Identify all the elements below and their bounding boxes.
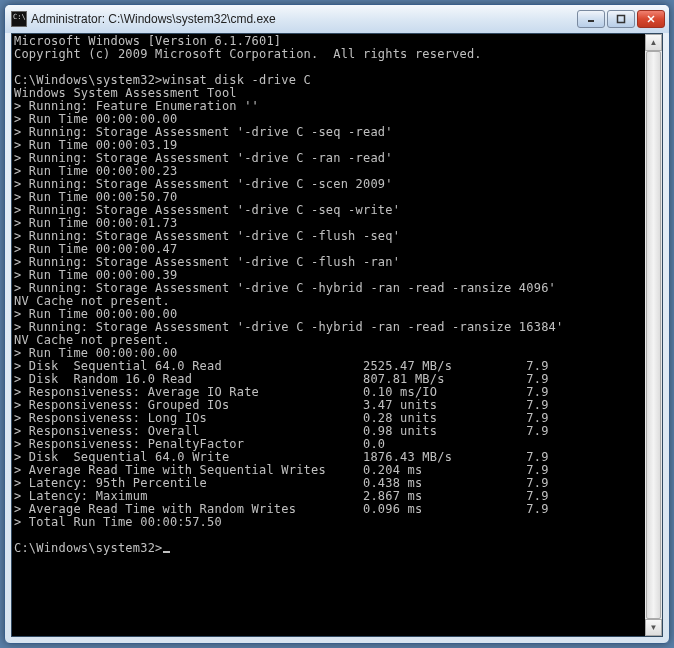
scroll-thumb[interactable] [646,51,661,619]
close-button[interactable] [637,10,665,28]
cursor [163,551,170,553]
terminal-output[interactable]: Microsoft Windows [Version 6.1.7601] Cop… [12,34,662,556]
scroll-down-button[interactable]: ▼ [645,619,662,636]
cmd-icon [11,11,27,27]
window-title: Administrator: C:\Windows\system32\cmd.e… [31,12,577,26]
client-area: Microsoft Windows [Version 6.1.7601] Cop… [11,33,663,637]
titlebar[interactable]: Administrator: C:\Windows\system32\cmd.e… [5,5,669,33]
minimize-button[interactable] [577,10,605,28]
scroll-up-button[interactable]: ▲ [645,34,662,51]
close-icon [646,14,656,24]
window-controls [577,10,665,28]
maximize-icon [616,14,626,24]
scroll-track[interactable] [645,51,662,619]
minimize-icon [586,14,596,24]
maximize-button[interactable] [607,10,635,28]
vertical-scrollbar[interactable]: ▲ ▼ [645,34,662,636]
cmd-window: Administrator: C:\Windows\system32\cmd.e… [4,4,670,644]
svg-rect-1 [618,16,625,23]
